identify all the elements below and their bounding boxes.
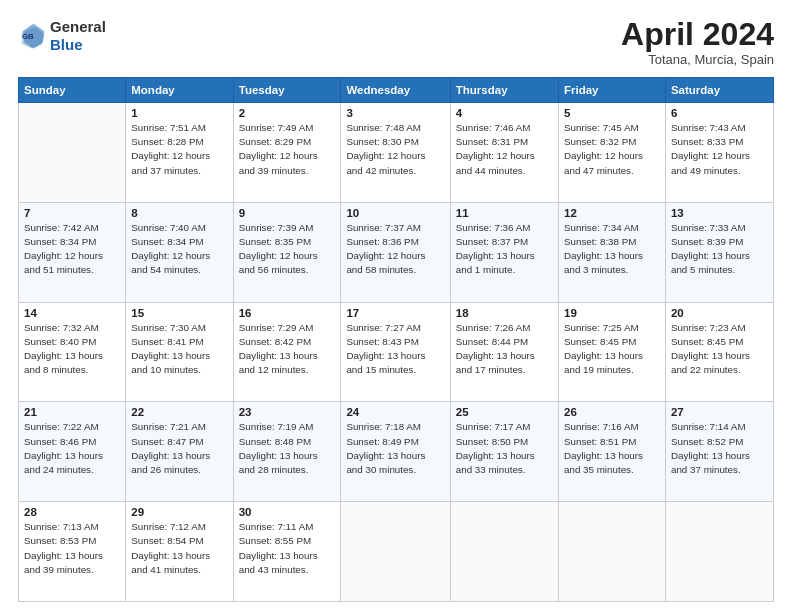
day-info: Sunrise: 7:25 AMSunset: 8:45 PMDaylight:… — [564, 321, 660, 378]
calendar-cell: 5Sunrise: 7:45 AMSunset: 8:32 PMDaylight… — [559, 103, 666, 203]
day-number: 6 — [671, 107, 768, 119]
calendar-cell: 14Sunrise: 7:32 AMSunset: 8:40 PMDayligh… — [19, 302, 126, 402]
calendar-cell: 11Sunrise: 7:36 AMSunset: 8:37 PMDayligh… — [450, 202, 558, 302]
day-info: Sunrise: 7:42 AMSunset: 8:34 PMDaylight:… — [24, 221, 120, 278]
day-number: 20 — [671, 307, 768, 319]
day-info: Sunrise: 7:17 AMSunset: 8:50 PMDaylight:… — [456, 420, 553, 477]
calendar-cell: 26Sunrise: 7:16 AMSunset: 8:51 PMDayligh… — [559, 402, 666, 502]
calendar-cell: 25Sunrise: 7:17 AMSunset: 8:50 PMDayligh… — [450, 402, 558, 502]
day-info: Sunrise: 7:36 AMSunset: 8:37 PMDaylight:… — [456, 221, 553, 278]
day-number: 16 — [239, 307, 336, 319]
day-info: Sunrise: 7:29 AMSunset: 8:42 PMDaylight:… — [239, 321, 336, 378]
calendar-cell: 24Sunrise: 7:18 AMSunset: 8:49 PMDayligh… — [341, 402, 450, 502]
calendar-cell: 30Sunrise: 7:11 AMSunset: 8:55 PMDayligh… — [233, 502, 341, 602]
logo-general: General — [50, 18, 106, 35]
day-number: 29 — [131, 506, 227, 518]
title-block: April 2024 Totana, Murcia, Spain — [621, 18, 774, 67]
day-info: Sunrise: 7:51 AMSunset: 8:28 PMDaylight:… — [131, 121, 227, 178]
col-header-friday: Friday — [559, 78, 666, 103]
calendar-header-row: SundayMondayTuesdayWednesdayThursdayFrid… — [19, 78, 774, 103]
calendar-cell: 22Sunrise: 7:21 AMSunset: 8:47 PMDayligh… — [126, 402, 233, 502]
col-header-thursday: Thursday — [450, 78, 558, 103]
day-info: Sunrise: 7:23 AMSunset: 8:45 PMDaylight:… — [671, 321, 768, 378]
calendar-cell: 19Sunrise: 7:25 AMSunset: 8:45 PMDayligh… — [559, 302, 666, 402]
day-number: 27 — [671, 406, 768, 418]
day-info: Sunrise: 7:33 AMSunset: 8:39 PMDaylight:… — [671, 221, 768, 278]
day-info: Sunrise: 7:14 AMSunset: 8:52 PMDaylight:… — [671, 420, 768, 477]
calendar-cell: 1Sunrise: 7:51 AMSunset: 8:28 PMDaylight… — [126, 103, 233, 203]
calendar-week-4: 21Sunrise: 7:22 AMSunset: 8:46 PMDayligh… — [19, 402, 774, 502]
calendar-cell: 4Sunrise: 7:46 AMSunset: 8:31 PMDaylight… — [450, 103, 558, 203]
day-number: 4 — [456, 107, 553, 119]
calendar-cell — [450, 502, 558, 602]
day-number: 22 — [131, 406, 227, 418]
calendar-week-1: 1Sunrise: 7:51 AMSunset: 8:28 PMDaylight… — [19, 103, 774, 203]
day-info: Sunrise: 7:37 AMSunset: 8:36 PMDaylight:… — [346, 221, 444, 278]
day-number: 8 — [131, 207, 227, 219]
calendar-cell: 7Sunrise: 7:42 AMSunset: 8:34 PMDaylight… — [19, 202, 126, 302]
logo-blue: Blue — [50, 36, 83, 53]
day-info: Sunrise: 7:18 AMSunset: 8:49 PMDaylight:… — [346, 420, 444, 477]
day-number: 17 — [346, 307, 444, 319]
day-info: Sunrise: 7:13 AMSunset: 8:53 PMDaylight:… — [24, 520, 120, 577]
day-info: Sunrise: 7:27 AMSunset: 8:43 PMDaylight:… — [346, 321, 444, 378]
calendar-cell: 23Sunrise: 7:19 AMSunset: 8:48 PMDayligh… — [233, 402, 341, 502]
day-number: 1 — [131, 107, 227, 119]
day-info: Sunrise: 7:22 AMSunset: 8:46 PMDaylight:… — [24, 420, 120, 477]
calendar-cell: 13Sunrise: 7:33 AMSunset: 8:39 PMDayligh… — [665, 202, 773, 302]
col-header-sunday: Sunday — [19, 78, 126, 103]
day-info: Sunrise: 7:48 AMSunset: 8:30 PMDaylight:… — [346, 121, 444, 178]
day-number: 9 — [239, 207, 336, 219]
calendar-cell: 3Sunrise: 7:48 AMSunset: 8:30 PMDaylight… — [341, 103, 450, 203]
day-info: Sunrise: 7:46 AMSunset: 8:31 PMDaylight:… — [456, 121, 553, 178]
calendar-cell: 17Sunrise: 7:27 AMSunset: 8:43 PMDayligh… — [341, 302, 450, 402]
day-info: Sunrise: 7:30 AMSunset: 8:41 PMDaylight:… — [131, 321, 227, 378]
calendar-cell: 18Sunrise: 7:26 AMSunset: 8:44 PMDayligh… — [450, 302, 558, 402]
day-info: Sunrise: 7:40 AMSunset: 8:34 PMDaylight:… — [131, 221, 227, 278]
day-info: Sunrise: 7:21 AMSunset: 8:47 PMDaylight:… — [131, 420, 227, 477]
calendar-cell: 29Sunrise: 7:12 AMSunset: 8:54 PMDayligh… — [126, 502, 233, 602]
calendar-cell: 28Sunrise: 7:13 AMSunset: 8:53 PMDayligh… — [19, 502, 126, 602]
logo: GB General Blue — [18, 18, 106, 54]
day-info: Sunrise: 7:45 AMSunset: 8:32 PMDaylight:… — [564, 121, 660, 178]
calendar-table: SundayMondayTuesdayWednesdayThursdayFrid… — [18, 77, 774, 602]
day-number: 19 — [564, 307, 660, 319]
day-number: 5 — [564, 107, 660, 119]
calendar-cell: 6Sunrise: 7:43 AMSunset: 8:33 PMDaylight… — [665, 103, 773, 203]
day-info: Sunrise: 7:34 AMSunset: 8:38 PMDaylight:… — [564, 221, 660, 278]
calendar-cell — [19, 103, 126, 203]
col-header-wednesday: Wednesday — [341, 78, 450, 103]
calendar-cell: 20Sunrise: 7:23 AMSunset: 8:45 PMDayligh… — [665, 302, 773, 402]
calendar-cell: 12Sunrise: 7:34 AMSunset: 8:38 PMDayligh… — [559, 202, 666, 302]
page: GB General Blue April 2024 Totana, Murci… — [0, 0, 792, 612]
day-info: Sunrise: 7:12 AMSunset: 8:54 PMDaylight:… — [131, 520, 227, 577]
col-header-tuesday: Tuesday — [233, 78, 341, 103]
day-number: 28 — [24, 506, 120, 518]
calendar-cell: 15Sunrise: 7:30 AMSunset: 8:41 PMDayligh… — [126, 302, 233, 402]
calendar-week-2: 7Sunrise: 7:42 AMSunset: 8:34 PMDaylight… — [19, 202, 774, 302]
day-info: Sunrise: 7:16 AMSunset: 8:51 PMDaylight:… — [564, 420, 660, 477]
day-number: 10 — [346, 207, 444, 219]
col-header-saturday: Saturday — [665, 78, 773, 103]
month-title: April 2024 — [621, 18, 774, 50]
day-number: 3 — [346, 107, 444, 119]
day-number: 24 — [346, 406, 444, 418]
calendar-cell: 16Sunrise: 7:29 AMSunset: 8:42 PMDayligh… — [233, 302, 341, 402]
day-number: 2 — [239, 107, 336, 119]
day-number: 30 — [239, 506, 336, 518]
calendar-cell: 10Sunrise: 7:37 AMSunset: 8:36 PMDayligh… — [341, 202, 450, 302]
day-number: 12 — [564, 207, 660, 219]
day-info: Sunrise: 7:43 AMSunset: 8:33 PMDaylight:… — [671, 121, 768, 178]
day-number: 11 — [456, 207, 553, 219]
day-number: 23 — [239, 406, 336, 418]
day-number: 18 — [456, 307, 553, 319]
calendar-cell — [341, 502, 450, 602]
calendar-cell: 9Sunrise: 7:39 AMSunset: 8:35 PMDaylight… — [233, 202, 341, 302]
day-number: 26 — [564, 406, 660, 418]
calendar-cell: 2Sunrise: 7:49 AMSunset: 8:29 PMDaylight… — [233, 103, 341, 203]
day-info: Sunrise: 7:49 AMSunset: 8:29 PMDaylight:… — [239, 121, 336, 178]
logo-icon: GB — [18, 22, 46, 50]
calendar-cell — [665, 502, 773, 602]
col-header-monday: Monday — [126, 78, 233, 103]
day-info: Sunrise: 7:32 AMSunset: 8:40 PMDaylight:… — [24, 321, 120, 378]
